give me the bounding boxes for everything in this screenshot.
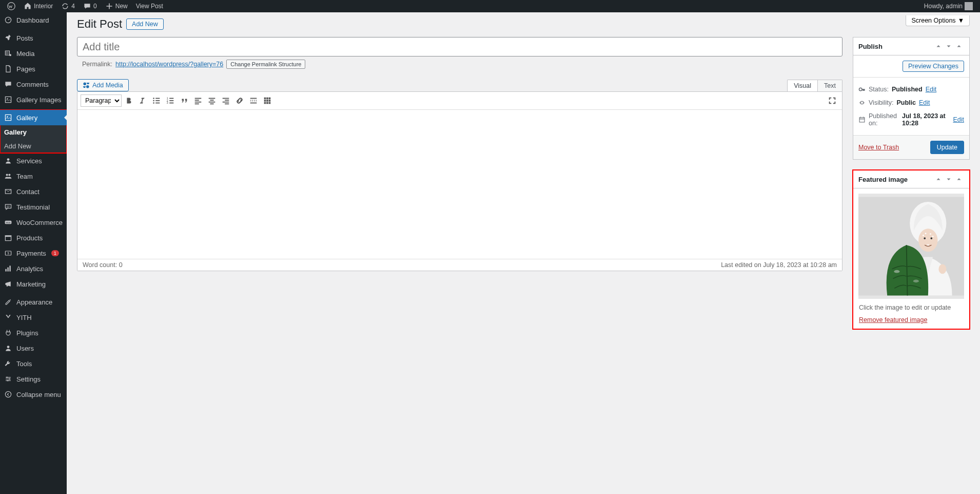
toggle-panel-button[interactable]: [954, 42, 964, 51]
bullhorn-icon: [4, 280, 12, 288]
featured-image-thumbnail[interactable]: [858, 194, 964, 299]
permalink-url[interactable]: http://localhost/wordpress/?gallery=76: [115, 61, 223, 68]
move-to-trash-link[interactable]: Move to Trash: [858, 144, 899, 151]
bold-button[interactable]: [122, 94, 135, 107]
toolbar-toggle-button[interactable]: [261, 94, 274, 107]
sidebar-item-gallery-images[interactable]: Gallery Images: [0, 92, 67, 107]
sidebar-item-payments[interactable]: $Payments1: [0, 245, 67, 261]
sidebar-item-label: Services: [16, 157, 42, 165]
sidebar-item-media[interactable]: Media: [0, 46, 67, 61]
svg-rect-60: [269, 100, 271, 102]
svg-rect-61: [264, 102, 266, 104]
svg-point-32: [153, 102, 154, 104]
change-permalink-button[interactable]: Change Permalink Structure: [226, 60, 305, 69]
screen-options-toggle[interactable]: Screen Options ▼: [906, 15, 970, 26]
site-name-link[interactable]: Interior: [21, 0, 56, 12]
sidebar-item-label: Analytics: [16, 265, 43, 273]
sidebar-item-team[interactable]: Team: [0, 168, 67, 184]
tab-text[interactable]: Text: [817, 80, 842, 91]
add-new-button[interactable]: Add New: [126, 18, 164, 30]
sidebar-item-contact[interactable]: Contact: [0, 184, 67, 199]
svg-rect-56: [266, 98, 268, 100]
sidebar-item-users[interactable]: Users: [0, 340, 67, 345]
svg-rect-45: [210, 100, 213, 101]
sidebar-item-label: Comments: [16, 81, 49, 88]
svg-point-72: [925, 233, 927, 234]
svg-point-77: [894, 270, 899, 273]
add-media-button[interactable]: Add Media: [77, 79, 129, 91]
user-greeting[interactable]: Howdy, admin: [921, 0, 976, 12]
ul-button[interactable]: [150, 94, 163, 107]
sidebar-item-label: Gallery Images: [16, 96, 61, 104]
featured-image-heading: Featured image: [858, 176, 908, 183]
user-icon: [4, 344, 12, 345]
content-editor[interactable]: [77, 110, 842, 259]
svg-rect-33: [155, 103, 160, 104]
fullscreen-button[interactable]: [826, 94, 839, 107]
toggle-panel-button[interactable]: [954, 175, 964, 184]
svg-rect-35: [169, 98, 173, 99]
svg-text:$: $: [7, 252, 9, 255]
svg-point-71: [923, 235, 924, 236]
svg-point-73: [930, 233, 931, 235]
sidebar-item-marketing[interactable]: Marketing: [0, 276, 67, 292]
card-icon: $: [4, 249, 12, 257]
move-down-button[interactable]: [944, 42, 954, 51]
new-content-link[interactable]: New: [102, 0, 131, 12]
view-post-link[interactable]: View Post: [133, 0, 166, 12]
sidebar-item-gallery[interactable]: Gallery: [0, 110, 67, 125]
admin-sidebar: DashboardPostsMediaPagesCommentsGallery …: [0, 12, 67, 345]
gallery-icon: [4, 96, 12, 104]
italic-button[interactable]: [136, 94, 149, 107]
edit-status-link[interactable]: Edit: [926, 86, 937, 93]
sidebar-item-analytics[interactable]: Analytics: [0, 261, 67, 276]
sidebar-item-woocommerce[interactable]: wooWooCommerce: [0, 215, 67, 230]
submenu-item-add-new[interactable]: Add New: [0, 139, 67, 153]
post-title-input[interactable]: [77, 37, 842, 56]
link-button[interactable]: [233, 94, 246, 107]
submenu-item-gallery[interactable]: Gallery: [0, 125, 67, 139]
edit-visibility-link[interactable]: Edit: [919, 99, 930, 106]
sidebar-item-label: YITH: [16, 314, 32, 321]
sidebar-item-services[interactable]: Services: [0, 153, 67, 168]
blockquote-button[interactable]: [178, 94, 191, 107]
sidebar-item-appearance[interactable]: Appearance: [0, 294, 67, 310]
svg-point-64: [859, 88, 862, 91]
more-button[interactable]: [247, 94, 260, 107]
svg-text:3: 3: [167, 101, 168, 104]
calendar-icon: [858, 116, 866, 123]
sidebar-item-comments[interactable]: Comments: [0, 77, 67, 92]
sidebar-item-dashboard[interactable]: Dashboard: [0, 12, 67, 28]
sidebar-item-pages[interactable]: Pages: [0, 61, 67, 77]
align-center-button[interactable]: [205, 94, 219, 107]
svg-rect-31: [155, 100, 160, 101]
format-select[interactable]: Paragraph: [81, 94, 122, 107]
align-left-button[interactable]: [191, 94, 205, 107]
move-up-button[interactable]: [933, 175, 944, 184]
update-button[interactable]: Update: [930, 141, 964, 154]
sidebar-item-plugins[interactable]: Plugins: [0, 325, 67, 340]
remove-featured-image-link[interactable]: Remove featured image: [859, 316, 927, 324]
sidebar-item-posts[interactable]: Posts: [0, 30, 67, 46]
align-right-button[interactable]: [219, 94, 232, 107]
svg-point-68: [918, 229, 937, 252]
wp-logo-icon[interactable]: [4, 0, 18, 12]
preview-changes-button[interactable]: Preview Changes: [903, 61, 964, 72]
ol-button[interactable]: 123: [164, 94, 177, 107]
svg-rect-58: [264, 100, 266, 102]
tab-visual[interactable]: Visual: [787, 80, 817, 91]
move-up-button[interactable]: [933, 42, 944, 51]
svg-rect-40: [195, 98, 202, 99]
sidebar-item-products[interactable]: Products: [0, 230, 67, 245]
svg-point-5: [7, 98, 8, 99]
page-icon: [4, 65, 12, 73]
updates-link[interactable]: 4: [58, 0, 78, 12]
sidebar-item-testimonial[interactable]: Testimonial: [0, 199, 67, 215]
edit-date-link[interactable]: Edit: [953, 116, 964, 123]
comments-link[interactable]: 0: [80, 0, 100, 12]
avatar: [965, 2, 973, 10]
user-icon: [4, 157, 12, 165]
sidebar-item-yith[interactable]: YITH: [0, 310, 67, 325]
move-down-button[interactable]: [944, 175, 954, 184]
sidebar-item-label: Team: [16, 173, 33, 180]
